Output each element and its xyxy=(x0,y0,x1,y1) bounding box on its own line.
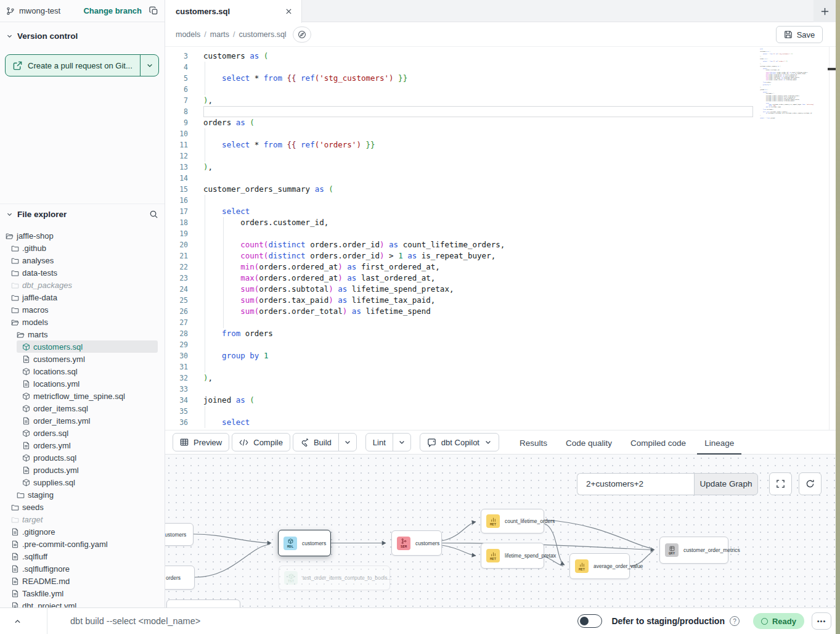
code-line[interactable]: select xyxy=(203,206,250,217)
breadcrumb-item[interactable]: marts xyxy=(210,30,229,39)
file-tree-item-jaffle-data[interactable]: jaffle-data xyxy=(0,291,164,303)
panel-tab-compiled-code[interactable]: Compiled code xyxy=(623,430,693,455)
file-tree-item-macros[interactable]: macros xyxy=(0,303,164,316)
minimap[interactable]: withcustomers as ( select * from {{ ref(… xyxy=(760,48,822,171)
update-graph-button[interactable]: Update Graph xyxy=(694,473,758,495)
file-tree-item-customers-yml[interactable]: customers.yml xyxy=(0,353,164,365)
dbt-copilot-button[interactable]: dbt Copilot xyxy=(420,433,499,451)
help-icon[interactable]: ? xyxy=(730,616,740,626)
code-line[interactable]: orders.customer_id, xyxy=(203,217,328,228)
copy-icon[interactable] xyxy=(149,6,158,15)
defer-toggle[interactable] xyxy=(577,614,602,628)
create-pr-button[interactable]: Create a pull request on Git... xyxy=(5,54,159,76)
file-tree-item-data-tests[interactable]: data-tests xyxy=(0,266,164,279)
code-line[interactable]: count(distinct orders.order_id) as count… xyxy=(203,239,505,250)
lineage-panel[interactable]: MDLstg_customersMDLordersMDLcustomersTST… xyxy=(165,455,836,607)
file-tree-item-locations-yml[interactable]: locations.yml xyxy=(0,377,164,390)
code-line[interactable]: ), xyxy=(203,95,213,106)
file-tree-item-supplies-sql[interactable]: supplies.sql xyxy=(0,476,164,488)
panel-tab-code-quality[interactable]: Code quality xyxy=(558,430,619,455)
code-line[interactable]: joined as ( xyxy=(203,395,255,406)
file-explorer-header[interactable]: File explorer xyxy=(0,208,165,220)
breadcrumb-item[interactable]: models xyxy=(176,30,200,39)
compile-button[interactable]: Compile xyxy=(232,433,290,451)
more-options-button[interactable]: ••• xyxy=(812,612,831,630)
lineage-node-stg_customers[interactable]: MDLstg_customers xyxy=(165,523,194,546)
code-line[interactable]: max(orders.ordered_at) as last_ordered_a… xyxy=(203,273,435,284)
file-tree-item--sqlfluff[interactable]: .sqlfluff xyxy=(0,550,164,562)
lineage-node-customers-semantic[interactable]: SEMcustomers xyxy=(391,530,442,556)
code-line[interactable]: select * from {{ ref('stg_customers') }} xyxy=(203,73,407,84)
lineage-node-customer_order_metrics[interactable]: QRYcustomer_order_metrics xyxy=(659,537,728,564)
lineage-node-test-node[interactable]: TSTtest_order_items_compute_to_bools... xyxy=(279,566,390,590)
code-line[interactable]: customer_orders_summary as ( xyxy=(203,184,333,195)
code-line[interactable]: count(distinct orders.order_id) > 1 as i… xyxy=(203,250,495,261)
file-tree-item-models[interactable]: models xyxy=(0,316,164,328)
code-line[interactable]: select xyxy=(203,417,250,428)
version-control-header[interactable]: Version control xyxy=(0,30,165,42)
panel-tab-lineage[interactable]: Lineage xyxy=(697,430,741,455)
file-tree-item-metricflow-time-spine-sql[interactable]: metricflow_time_spine.sql xyxy=(0,390,164,402)
code-line[interactable]: from orders xyxy=(203,328,273,339)
navigate-icon-button[interactable] xyxy=(293,27,311,43)
file-tree-item-products-sql[interactable]: products.sql xyxy=(0,451,164,464)
panel-tab-results[interactable]: Results xyxy=(512,430,555,455)
file-tree-item--github[interactable]: .github xyxy=(0,242,164,254)
file-tree-item-readme-md[interactable]: README.md xyxy=(0,575,164,587)
code-line[interactable]: ), xyxy=(203,373,213,384)
code-line[interactable]: sum(orders.order_total) as lifetime_spen… xyxy=(203,306,431,317)
file-tree-item-staging[interactable]: staging xyxy=(0,488,164,501)
close-icon[interactable] xyxy=(285,7,293,15)
file-tree-item-analyses[interactable]: analyses xyxy=(0,254,164,266)
file-tree-item-orders-yml[interactable]: orders.yml xyxy=(0,439,164,451)
file-tree-item-products-yml[interactable]: products.yml xyxy=(0,464,164,476)
create-pr-button-main[interactable]: Create a pull request on Git... xyxy=(6,55,140,76)
code-line[interactable]: select * from {{ ref('orders') }} xyxy=(203,139,375,150)
file-tree-item-seeds[interactable]: seeds xyxy=(0,501,164,513)
code-editor[interactable]: 3456789101112131415161718192021222324252… xyxy=(165,47,836,430)
file-tree-item-taskfile-yml[interactable]: Taskfile.yml xyxy=(0,587,164,599)
file-tree-item-orders-sql[interactable]: orders.sql xyxy=(0,427,164,439)
save-button[interactable]: Save xyxy=(776,26,823,43)
search-icon[interactable] xyxy=(149,210,158,219)
file-tree-item-marts[interactable]: marts xyxy=(0,328,164,340)
code-line[interactable]: ), xyxy=(203,162,213,173)
code-line[interactable]: orders as ( xyxy=(203,117,255,128)
editor-scrollbar[interactable] xyxy=(829,47,836,430)
code-line[interactable]: group by 1 xyxy=(203,350,268,361)
preview-button[interactable]: Preview xyxy=(173,433,229,451)
command-input[interactable]: dbt build --select <model_name> xyxy=(70,616,200,626)
code-line[interactable]: customers as ( xyxy=(203,51,268,62)
refresh-button[interactable] xyxy=(799,472,822,495)
file-tree-item-jaffle-shop[interactable]: jaffle-shop xyxy=(0,229,164,242)
code-line[interactable]: sum(orders.subtotal) as lifetime_spend_p… xyxy=(203,284,454,295)
file-tree-item-order-items-yml[interactable]: order_items.yml xyxy=(0,414,164,427)
change-branch-link[interactable]: Change branch xyxy=(83,6,142,15)
file-tree-item--sqlfluffignore[interactable]: .sqlfluffignore xyxy=(0,562,164,575)
lineage-node-lifetime_spend_pretax[interactable]: METlifetime_spend_pretax xyxy=(481,543,544,569)
new-tab-button[interactable] xyxy=(813,0,836,22)
file-tree-item-dbt-packages[interactable]: dbt_packages xyxy=(0,279,164,291)
lineage-node-average_order_value[interactable]: METaverage_order_value xyxy=(569,553,630,579)
lint-button[interactable]: Lint xyxy=(365,433,411,451)
file-tree-item--gitignore[interactable]: .gitignore xyxy=(0,525,164,538)
lineage-node-customers-model[interactable]: MDLcustomers xyxy=(278,530,331,556)
lineage-node-partial-node[interactable] xyxy=(166,599,240,607)
tab-customers-sql[interactable]: customers.sql xyxy=(165,0,302,23)
lineage-node-count_lifetime_orders[interactable]: METcount_lifetime_orders xyxy=(481,509,544,533)
file-tree-item-dbt-project-yml[interactable]: dbt_project.yml xyxy=(0,599,164,607)
file-tree-item-customers-sql[interactable]: customers.sql xyxy=(0,340,164,353)
lineage-filter-input[interactable]: 2+customers+2 xyxy=(577,473,694,495)
file-tree-item-locations-sql[interactable]: locations.sql xyxy=(0,365,164,377)
lint-dropdown[interactable] xyxy=(393,434,410,451)
lineage-node-orders[interactable]: MDLorders xyxy=(165,566,195,590)
file-tree-item-order-items-sql[interactable]: order_items.sql xyxy=(0,402,164,414)
build-dropdown[interactable] xyxy=(338,434,356,451)
fullscreen-button[interactable] xyxy=(769,472,792,495)
build-button[interactable]: Build xyxy=(293,433,357,451)
code-line[interactable]: min(orders.ordered_at) as first_ordered_… xyxy=(203,261,440,273)
create-pr-dropdown[interactable] xyxy=(140,55,158,76)
breadcrumb-item[interactable]: customers.sql xyxy=(239,30,287,39)
file-tree-item-target[interactable]: target xyxy=(0,513,164,525)
file-tree-item--pre-commit-config-yaml[interactable]: .pre-commit-config.yaml xyxy=(0,538,164,550)
